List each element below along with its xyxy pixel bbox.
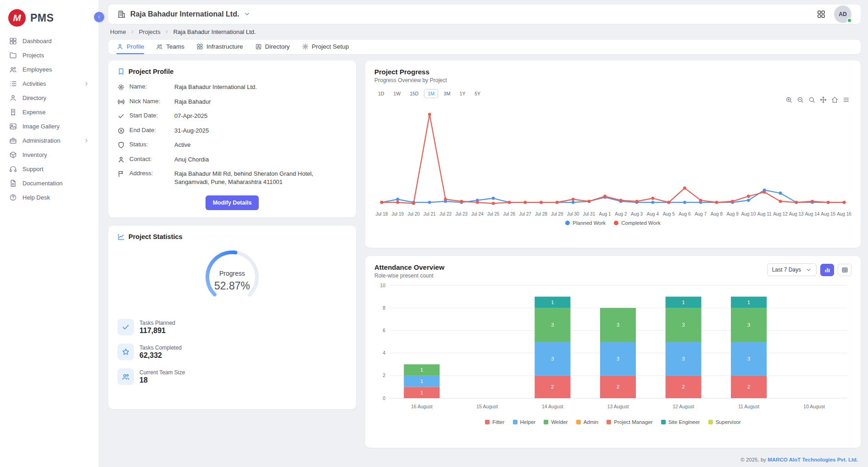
tab-project-setup[interactable]: Project Setup (302, 40, 349, 54)
sidebar-item-dashboard[interactable]: Dashboard (0, 34, 99, 48)
person-icon (117, 43, 123, 50)
footer-link[interactable]: MARCO AIoT Technologies Pvt. Ltd. (768, 457, 858, 462)
check-icon (117, 112, 125, 120)
sidebar-item-administration[interactable]: Administration (0, 133, 99, 148)
breadcrumb-home[interactable]: Home (110, 28, 126, 35)
tab-label: Directory (265, 43, 290, 50)
profile-field-name: Name:Raja Bahadur International Ltd. (117, 80, 347, 95)
svg-text:10 August: 10 August (803, 404, 825, 409)
range-button-15d[interactable]: 15D (406, 89, 422, 98)
svg-text:2: 2 (682, 384, 685, 389)
range-button-1w[interactable]: 1W (389, 89, 404, 98)
gauge-value: 52.87% (198, 280, 267, 292)
legend-completed-work[interactable]: Completed Work (614, 220, 660, 226)
table-view-button[interactable] (838, 264, 851, 276)
field-label: Name: (129, 83, 170, 90)
legend-project-manager[interactable]: Project Manager (606, 419, 652, 425)
svg-text:Aug 3: Aug 3 (631, 211, 643, 217)
pan-icon[interactable] (820, 96, 827, 103)
project-progress-chart[interactable]: Jul 18Jul 19Jul 20Jul 21Jul 22Jul 23Jul … (374, 104, 851, 219)
user-avatar[interactable]: AD (834, 6, 851, 23)
apps-icon (196, 43, 203, 50)
legend-welder[interactable]: Welder (544, 419, 568, 425)
sidebar-item-documentation[interactable]: Documentation (0, 176, 99, 190)
bookmark-icon (117, 68, 125, 75)
sidebar-item-employees[interactable]: Employees (0, 62, 99, 77)
stat-value: 117,891 (139, 327, 175, 335)
logo-m-icon: M (8, 9, 26, 27)
tabs-bar: ProfileTeamsInfrastructureDirectoryProje… (108, 40, 861, 54)
tab-teams[interactable]: Teams (156, 40, 184, 54)
range-button-1m[interactable]: 1M (424, 89, 438, 98)
attendance-titles: Attendance Overview Role-wise present co… (374, 263, 445, 279)
legend-planned-work[interactable]: Planned Work (565, 220, 606, 226)
sidebar-item-projects[interactable]: Projects (0, 48, 99, 62)
svg-text:1: 1 (420, 367, 423, 372)
main-area: Raja Bahadur International Ltd. AD Home … (99, 0, 868, 467)
field-value: Raja Bahadur Mill Rd, behind Sheraton Gr… (174, 170, 347, 186)
sidebar-item-image-gallery[interactable]: Image Gallery (0, 119, 99, 133)
svg-text:Aug 14: Aug 14 (805, 211, 820, 217)
tab-infrastructure[interactable]: Infrastructure (196, 40, 243, 54)
field-value: Anuj Chordia (174, 156, 209, 164)
svg-text:2: 2 (551, 384, 554, 389)
breadcrumb-projects[interactable]: Projects (139, 28, 161, 35)
range-button-3m[interactable]: 3M (440, 89, 454, 98)
legend-marker (544, 420, 548, 424)
table-icon (841, 267, 848, 273)
svg-text:3: 3 (682, 322, 685, 328)
field-value: Active (174, 141, 190, 149)
svg-text:2: 2 (617, 384, 619, 389)
bar-chart-view-button[interactable] (820, 264, 834, 276)
legend-marker (485, 420, 490, 424)
stat-label: Tasks Completed (139, 345, 182, 351)
svg-text:2: 2 (383, 372, 385, 378)
svg-text:14 August: 14 August (542, 404, 563, 409)
star-icon (117, 344, 134, 360)
tab-directory[interactable]: Directory (255, 40, 290, 54)
svg-text:Aug 7: Aug 7 (695, 211, 707, 217)
svg-text:3: 3 (747, 322, 750, 328)
legend-supervisor[interactable]: Supervisor (708, 419, 741, 425)
menu-icon[interactable] (843, 96, 850, 103)
range-button-1d[interactable]: 1D (374, 89, 388, 98)
sidebar-item-expense[interactable]: Expense (0, 105, 99, 119)
svg-text:1: 1 (747, 300, 750, 305)
range-button-1y[interactable]: 1Y (456, 89, 469, 98)
profile-field-status: Status:Active (117, 138, 347, 152)
legend-marker (513, 420, 517, 424)
chevron-right-icon (83, 81, 89, 87)
progress-gauge-arc (198, 245, 267, 312)
zoom-in-icon[interactable] (785, 96, 792, 103)
legend-site-engineer[interactable]: Site Engineer (661, 419, 700, 425)
sidebar-item-support[interactable]: Support (0, 162, 99, 176)
company-selector[interactable]: Raja Bahadur International Ltd. (117, 10, 250, 18)
chart-line-icon (117, 233, 125, 240)
sidebar-item-directory[interactable]: Directory (0, 91, 99, 105)
apps-grid-icon[interactable] (817, 10, 826, 19)
footer-text: © 2025, by (740, 457, 768, 462)
list-icon (9, 80, 17, 88)
attendance-chart[interactable]: 024681011116 August15 August233114 Augus… (374, 281, 851, 418)
sidebar-item-activities[interactable]: Activities (0, 77, 99, 91)
field-label: Address: (129, 170, 170, 177)
range-button-5y[interactable]: 5Y (471, 89, 484, 98)
legend-helper[interactable]: Helper (513, 419, 536, 425)
people-icon (117, 368, 134, 385)
legend-fitter[interactable]: Fitter (485, 419, 504, 425)
sidebar-item-help-desk[interactable]: Help Desk (0, 190, 99, 205)
tab-profile[interactable]: Profile (117, 40, 144, 54)
sidebar-item-label: Help Desk (22, 194, 50, 201)
sidebar-collapse-button[interactable] (94, 12, 104, 22)
home-icon[interactable] (831, 96, 838, 103)
zoom-out-icon[interactable] (797, 96, 804, 103)
svg-text:Aug 9: Aug 9 (727, 211, 739, 217)
svg-text:Jul 22: Jul 22 (440, 211, 452, 217)
legend-admin[interactable]: Admin (576, 419, 599, 425)
modify-details-button[interactable]: Modify Details (206, 195, 259, 210)
svg-text:Aug 10: Aug 10 (741, 211, 756, 217)
brand-logo[interactable]: M PMS (0, 5, 99, 34)
date-range-select[interactable]: Last 7 Days (767, 263, 817, 276)
search-icon[interactable] (808, 96, 815, 103)
sidebar-item-inventory[interactable]: Inventory (0, 148, 99, 162)
